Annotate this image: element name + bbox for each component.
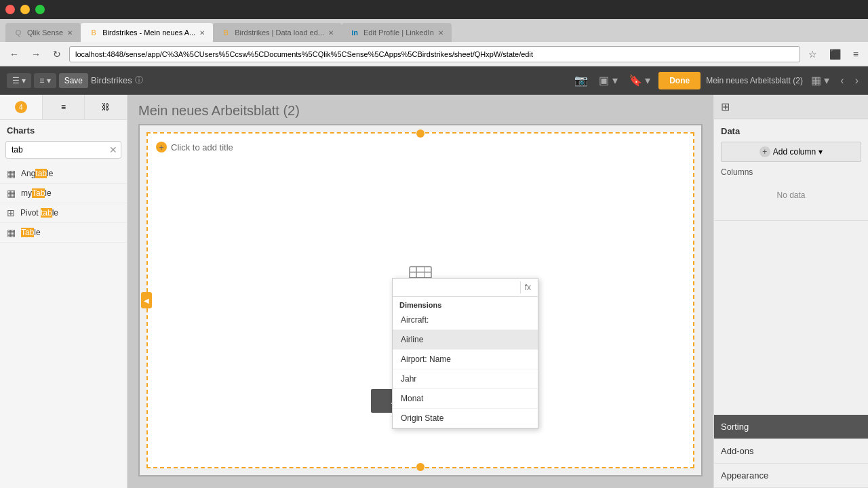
dropdown-item-aircraft[interactable]: Aircraft: xyxy=(393,310,538,330)
extensions-button[interactable]: ⬛ xyxy=(825,47,845,62)
plus-circle-icon: + xyxy=(760,146,770,157)
tab-label-1: Qlik Sense xyxy=(27,28,63,37)
back-button[interactable]: ← xyxy=(5,47,23,62)
tab-close-2[interactable]: ✕ xyxy=(199,29,205,37)
address-bar[interactable] xyxy=(69,46,800,62)
right-panel-spacer xyxy=(714,221,868,415)
tab-label-4: Edit Profile | LinkedIn xyxy=(363,28,434,37)
right-panel-header: ⊞ xyxy=(714,95,868,119)
tab-label-3: Birdstrikes | Data load ed... xyxy=(235,28,324,37)
list-item[interactable]: ▦ Table xyxy=(0,223,127,243)
tab-close-4[interactable]: ✕ xyxy=(438,29,443,37)
app-toolbar: ☰ ▾ ≡ ▾ Save Birdstrikes ⓘ 📷 ▣ ▾ 🔖 ▾ Don… xyxy=(0,66,868,95)
fx-button[interactable]: fx xyxy=(520,281,535,293)
menu-toggle-button[interactable]: ☰ ▾ xyxy=(7,73,31,88)
left-panel-tabs: 4 ≡ ⛓ xyxy=(0,95,127,120)
tab-dataload[interactable]: B Birdstrikes | Data load ed... ✕ xyxy=(213,23,342,42)
tab-close-1[interactable]: ✕ xyxy=(67,29,73,37)
tab-close-3[interactable]: ✕ xyxy=(328,29,334,37)
chart-search-input[interactable] xyxy=(5,141,121,159)
save-button[interactable]: Save xyxy=(59,73,88,88)
handle-top[interactable] xyxy=(416,129,425,138)
pivot-icon: ⊞ xyxy=(7,207,15,218)
chart-item-label: Angtable xyxy=(21,169,53,178)
list-item[interactable]: ▦ Angtable xyxy=(0,164,127,184)
appearance-section[interactable]: Appearance xyxy=(714,464,868,488)
list-view-button[interactable]: ≡ ▾ xyxy=(34,73,56,88)
add-title-label: Click to add title xyxy=(171,142,233,152)
search-clear-icon[interactable]: ✕ xyxy=(109,144,117,155)
info-icon[interactable]: ⓘ xyxy=(135,75,143,86)
list-tab[interactable]: ≡ xyxy=(43,95,85,119)
orange-dot-icon: + xyxy=(156,142,167,152)
addons-section[interactable]: Add-ons xyxy=(714,439,868,464)
list-item[interactable]: ⊞ Pivot table xyxy=(0,203,127,223)
dropdown-item-airline[interactable]: Airline xyxy=(393,330,538,350)
sheet-title-input[interactable] xyxy=(138,103,703,119)
minimize-btn[interactable] xyxy=(20,5,30,14)
nav-bar: ← → ↻ localhost:4848/sense/app/C%3A%5CUs… xyxy=(0,42,868,66)
dimension-search-input[interactable] xyxy=(395,281,520,293)
add-column-label: Add column xyxy=(773,147,816,157)
sheet-title-toolbar: Mein neues Arbeitsblatt (2) xyxy=(706,76,803,85)
maximize-btn[interactable] xyxy=(35,5,45,14)
monitor-icon[interactable]: ▣ ▾ xyxy=(596,71,620,89)
dropdown-item-airport[interactable]: Airport: Name xyxy=(393,350,538,369)
done-button[interactable]: Done xyxy=(658,72,701,89)
forward-button[interactable]: → xyxy=(27,47,45,62)
handle-left[interactable]: ◀ xyxy=(141,292,152,308)
link-tab[interactable]: ⛓ xyxy=(85,95,127,119)
charts-badge: 4 xyxy=(15,101,27,113)
columns-label: Columns xyxy=(721,167,861,177)
table-icon-3: ▦ xyxy=(7,227,16,238)
dropdown-search-row: fx xyxy=(393,279,538,297)
data-section-label: Data xyxy=(721,126,861,136)
right-panel: ⊞ Data + Add column ▾ Columns No data So… xyxy=(713,95,868,488)
reload-button[interactable]: ↻ xyxy=(49,47,65,62)
dropdown-item-monat[interactable]: Monat xyxy=(393,389,538,409)
list-item[interactable]: ▦ myTable xyxy=(0,184,127,203)
charts-tab[interactable]: 4 xyxy=(0,95,43,119)
dropdown-item-jahr[interactable]: Jahr xyxy=(393,369,538,389)
dimension-dropdown: fx Dimensions Aircraft: Airline Airport:… xyxy=(392,278,538,429)
tab-linkedin[interactable]: in Edit Profile | LinkedIn ✕ xyxy=(342,23,452,42)
bookmark-button[interactable]: ☆ xyxy=(804,47,821,62)
dropdown-item-originstate[interactable]: Origin State xyxy=(393,409,538,428)
close-btn[interactable] xyxy=(5,5,15,14)
tab-birdstrikes[interactable]: B Birdstrikes - Mein neues A... ✕ xyxy=(81,23,213,42)
main-layout: 4 ≡ ⛓ Charts ✕ ▦ Angtable ▦ myTable ⊞ xyxy=(0,95,868,488)
tab-favicon-4: in xyxy=(350,28,359,37)
tab-label-2: Birdstrikes - Mein neues A... xyxy=(102,28,195,37)
menu-button[interactable]: ≡ xyxy=(849,47,863,62)
add-column-button[interactable]: + Add column ▾ xyxy=(721,142,861,162)
table-icon-2: ▦ xyxy=(7,188,16,199)
toolbar-left: ☰ ▾ ≡ ▾ Save Birdstrikes ⓘ xyxy=(7,73,143,88)
sorting-section[interactable]: Sorting xyxy=(714,415,868,439)
chart-item-label-2: myTable xyxy=(21,188,52,198)
handle-bottom[interactable] xyxy=(416,463,425,471)
table-icon: ▦ xyxy=(7,168,16,179)
tab-bar: Q Qlik Sense ✕ B Birdstrikes - Mein neue… xyxy=(0,19,868,42)
charts-label: Charts xyxy=(0,120,127,141)
list-icon: ≡ xyxy=(61,102,66,112)
dimensions-section-label: Dimensions xyxy=(393,297,538,310)
tab-qliksense[interactable]: Q Qlik Sense ✕ xyxy=(5,23,81,42)
no-data-label: No data xyxy=(721,177,861,214)
left-panel: 4 ≡ ⛓ Charts ✕ ▦ Angtable ▦ myTable ⊞ xyxy=(0,95,127,488)
sheet-title-area xyxy=(127,95,713,124)
tab-favicon-1: Q xyxy=(14,28,23,37)
bookmark-icon[interactable]: 🔖 ▾ xyxy=(626,71,653,89)
data-section: Data + Add column ▾ Columns No data xyxy=(714,119,868,221)
tab-favicon-2: B xyxy=(89,28,98,37)
dropdown-arrow-icon: ▾ xyxy=(818,147,823,157)
link-icon: ⛓ xyxy=(102,102,110,112)
prev-button[interactable]: ‹ xyxy=(837,72,846,89)
camera-icon[interactable]: 📷 xyxy=(572,71,591,89)
chart-item-label-3: Pivot table xyxy=(20,208,58,218)
layout-icon[interactable]: ▦ ▾ xyxy=(808,71,832,89)
app-name: Birdstrikes xyxy=(91,75,132,85)
add-title-button[interactable]: + Click to add title xyxy=(156,142,233,152)
next-button[interactable]: › xyxy=(852,72,861,89)
grid-icon: ⊞ xyxy=(721,100,730,113)
sorting-label: Sorting xyxy=(721,422,861,432)
